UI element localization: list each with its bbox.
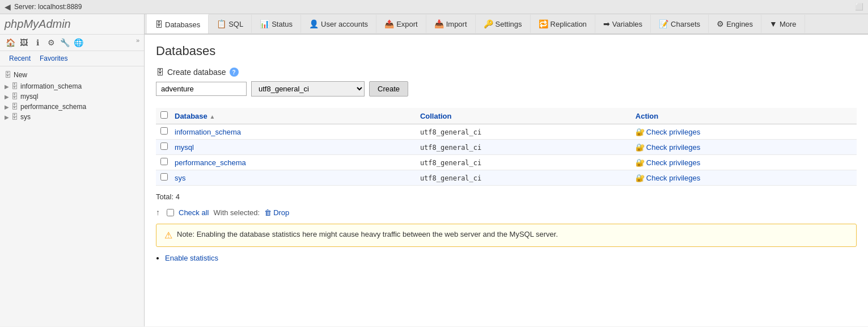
- row-db-name-cell: sys: [170, 170, 416, 186]
- back-arrow[interactable]: ◀: [5, 2, 11, 11]
- total-row: Total: 4: [156, 192, 857, 201]
- tab-engines[interactable]: ⚙ Engines: [709, 15, 761, 33]
- check-privileges-icon: 🔐: [636, 158, 645, 167]
- row-action-cell: 🔐 Check privileges: [631, 124, 857, 140]
- row-checkbox-0[interactable]: [160, 127, 168, 135]
- db-link-0[interactable]: information_schema: [175, 128, 241, 136]
- expand-icon: ▶: [5, 114, 9, 120]
- tab-engines-label: Engines: [726, 20, 753, 28]
- tab-databases[interactable]: 🗄 Databases: [147, 14, 209, 35]
- row-collation-text: utf8_general_ci: [420, 174, 481, 182]
- row-checkbox-1[interactable]: [160, 142, 168, 150]
- image-icon[interactable]: 🖼: [18, 37, 29, 48]
- expand-toggle[interactable]: »: [136, 37, 139, 48]
- db-icon: 🗄: [11, 93, 18, 100]
- help-icon[interactable]: ?: [230, 68, 239, 77]
- drop-icon: 🗑: [264, 208, 272, 217]
- row-checkbox-cell: [156, 124, 170, 140]
- sidebar-tree: 🗄 New ▶ 🗄 information_schema ▶ 🗄 mysql ▶…: [0, 66, 144, 326]
- row-collation-cell: utf8_general_ci: [416, 140, 631, 155]
- globe-icon[interactable]: 🌐: [73, 37, 84, 48]
- select-all-checkbox[interactable]: [160, 111, 168, 119]
- status-tab-icon: 📊: [260, 19, 269, 28]
- tab-settings[interactable]: 🔑 Settings: [476, 15, 531, 33]
- row-checkbox-2[interactable]: [160, 158, 168, 165]
- row-checkbox-cell: [156, 170, 170, 186]
- enable-stats-item: Enable statistics: [165, 254, 857, 262]
- row-collation-cell: utf8_general_ci: [416, 155, 631, 170]
- favorites-tab[interactable]: Favorites: [35, 53, 72, 64]
- replication-tab-icon: 🔁: [539, 19, 548, 28]
- check-privileges-label: Check privileges: [646, 174, 700, 182]
- db-link-1[interactable]: mysql: [175, 143, 194, 152]
- tab-export[interactable]: 📤 Export: [376, 15, 426, 33]
- export-tab-icon: 📤: [384, 19, 394, 28]
- tab-import-label: Import: [446, 20, 467, 28]
- check-all-label[interactable]: Check all: [179, 208, 209, 217]
- enable-stats-link[interactable]: Enable statistics: [165, 254, 218, 262]
- row-collation-text: utf8_general_ci: [420, 159, 481, 167]
- row-collation-text: utf8_general_ci: [420, 128, 481, 136]
- recent-tab[interactable]: Recent: [5, 53, 35, 64]
- row-collation-cell: utf8_general_ci: [416, 170, 631, 186]
- check-privileges-label: Check privileges: [646, 143, 700, 152]
- row-checkbox-cell: [156, 140, 170, 155]
- sidebar-tabs: Recent Favorites: [0, 51, 144, 66]
- col-database[interactable]: Database ▲: [170, 108, 416, 124]
- collation-select[interactable]: utf8_general_ci utf8mb4_general_ci latin…: [251, 81, 365, 97]
- sidebar-icons: 🏠 🖼 ℹ ⚙ 🔧 🌐 »: [0, 35, 144, 51]
- row-checkbox-3[interactable]: [160, 173, 168, 181]
- tab-charsets-label: Charsets: [671, 20, 700, 28]
- check-privileges-link-3[interactable]: 🔐 Check privileges: [636, 174, 852, 182]
- tab-variables[interactable]: ➡ Variables: [595, 15, 651, 33]
- tab-settings-label: Settings: [496, 20, 522, 28]
- create-db-form: utf8_general_ci utf8mb4_general_ci latin…: [156, 81, 857, 97]
- drop-label: Drop: [273, 208, 289, 217]
- with-selected-label: With selected:: [213, 208, 260, 217]
- tab-replication[interactable]: 🔁 Replication: [531, 15, 595, 33]
- tab-user-accounts[interactable]: 👤 User accounts: [301, 15, 376, 33]
- tab-status[interactable]: 📊 Status: [252, 15, 301, 33]
- drop-link[interactable]: 🗑 Drop: [264, 208, 289, 217]
- db-name: performance_schema: [20, 103, 86, 111]
- check-privileges-link-2[interactable]: 🔐 Check privileges: [636, 158, 852, 167]
- table-row: performance_schema utf8_general_ci 🔐 Che…: [156, 155, 857, 170]
- tab-replication-label: Replication: [551, 20, 587, 28]
- tab-more-label: More: [780, 20, 797, 28]
- row-collation-cell: utf8_general_ci: [416, 124, 631, 140]
- db-link-2[interactable]: performance_schema: [175, 158, 246, 167]
- window-button[interactable]: ⬜: [855, 3, 863, 11]
- home-icon[interactable]: 🏠: [5, 37, 16, 48]
- check-privileges-label: Check privileges: [646, 158, 700, 167]
- create-button[interactable]: Create: [369, 81, 408, 97]
- tab-charsets[interactable]: 📝 Charsets: [651, 15, 709, 33]
- new-database-item[interactable]: 🗄 New: [0, 69, 144, 81]
- check-all-checkbox[interactable]: [167, 209, 174, 216]
- tab-more[interactable]: ▼ More: [761, 15, 805, 33]
- db-icon: 🗄: [11, 103, 18, 111]
- sidebar-db-mysql[interactable]: ▶ 🗄 mysql: [0, 91, 144, 102]
- check-privileges-icon: 🔐: [636, 174, 645, 182]
- sidebar-db-sys[interactable]: ▶ 🗄 sys: [0, 112, 144, 122]
- sidebar-db-performance_schema[interactable]: ▶ 🗄 performance_schema: [0, 102, 144, 112]
- tab-sql[interactable]: 📋 SQL: [209, 15, 252, 33]
- variables-tab-icon: ➡: [603, 19, 610, 28]
- db-name-input[interactable]: [156, 82, 247, 96]
- sidebar-db-information_schema[interactable]: ▶ 🗄 information_schema: [0, 81, 144, 91]
- tool-icon[interactable]: 🔧: [59, 37, 70, 48]
- db-link-3[interactable]: sys: [175, 174, 186, 182]
- check-privileges-icon: 🔐: [636, 128, 645, 136]
- check-privileges-link-0[interactable]: 🔐 Check privileges: [636, 128, 852, 136]
- databases-tab-icon: 🗄: [155, 20, 163, 29]
- check-privileges-link-1[interactable]: 🔐 Check privileges: [636, 143, 852, 152]
- db-name: mysql: [20, 93, 38, 100]
- sidebar: phpMyAdmin 🏠 🖼 ℹ ⚙ 🔧 🌐 » Recent Favorite…: [0, 14, 145, 326]
- tab-import[interactable]: 📥 Import: [426, 15, 476, 33]
- up-arrow-icon: ↑: [156, 208, 160, 217]
- gear-icon[interactable]: ⚙: [45, 37, 57, 48]
- enable-stats-list: Enable statistics: [156, 254, 857, 262]
- create-db-icon: 🗄: [156, 68, 164, 77]
- info-icon[interactable]: ℹ: [32, 37, 43, 48]
- note-text: Note: Enabling the database statistics h…: [177, 230, 558, 238]
- tab-status-label: Status: [272, 20, 293, 28]
